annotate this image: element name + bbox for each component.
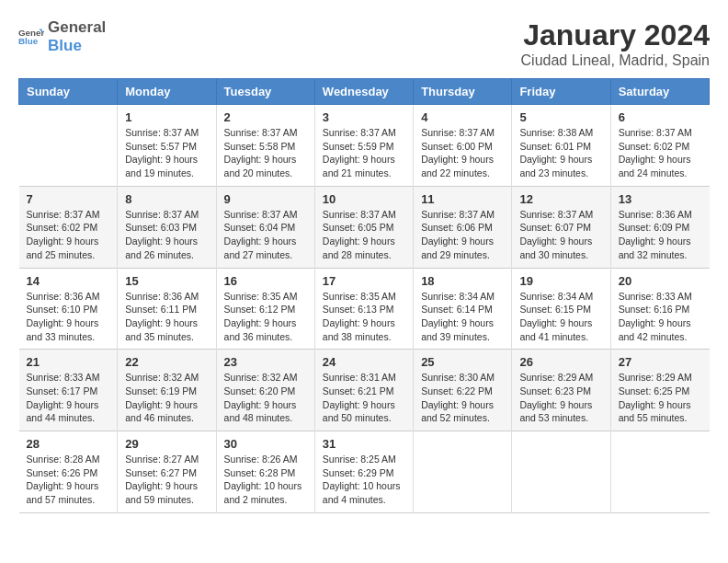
day-number: 19 bbox=[519, 274, 602, 288]
day-number: 12 bbox=[519, 192, 602, 206]
logo: General Blue General Blue bbox=[18, 18, 106, 56]
daylight-text: Daylight: 10 hours and 4 minutes. bbox=[323, 479, 405, 506]
day-number: 24 bbox=[323, 355, 405, 369]
calendar-cell: 28 Sunrise: 8:28 AM Sunset: 6:26 PM Dayl… bbox=[19, 431, 118, 513]
daylight-text: Daylight: 9 hours and 20 minutes. bbox=[224, 153, 307, 179]
sunrise-text: Sunrise: 8:31 AM bbox=[323, 371, 405, 385]
day-number: 5 bbox=[519, 110, 602, 124]
day-info: Sunrise: 8:37 AM Sunset: 6:07 PM Dayligh… bbox=[519, 208, 602, 262]
daylight-text: Daylight: 9 hours and 35 minutes. bbox=[125, 316, 208, 343]
daylight-text: Daylight: 9 hours and 57 minutes. bbox=[27, 479, 110, 506]
calendar-table: SundayMondayTuesdayWednesdayThursdayFrid… bbox=[18, 78, 710, 513]
daylight-text: Daylight: 9 hours and 46 minutes. bbox=[125, 398, 208, 425]
sunrise-text: Sunrise: 8:35 AM bbox=[224, 290, 307, 304]
logo-text-blue: Blue bbox=[48, 37, 106, 55]
calendar-cell: 12 Sunrise: 8:37 AM Sunset: 6:07 PM Dayl… bbox=[512, 186, 610, 268]
day-header-saturday: Saturday bbox=[610, 79, 709, 105]
day-number: 29 bbox=[125, 437, 208, 451]
sunset-text: Sunset: 6:29 PM bbox=[323, 466, 405, 480]
daylight-text: Daylight: 9 hours and 39 minutes. bbox=[421, 316, 504, 343]
sunset-text: Sunset: 6:07 PM bbox=[519, 221, 602, 235]
calendar-cell: 1 Sunrise: 8:37 AM Sunset: 5:57 PM Dayli… bbox=[118, 105, 216, 187]
sunset-text: Sunset: 6:01 PM bbox=[519, 140, 602, 154]
sunrise-text: Sunrise: 8:36 AM bbox=[125, 290, 208, 304]
daylight-text: Daylight: 9 hours and 50 minutes. bbox=[323, 398, 405, 425]
sunrise-text: Sunrise: 8:36 AM bbox=[27, 290, 110, 304]
calendar-cell: 2 Sunrise: 8:37 AM Sunset: 5:58 PM Dayli… bbox=[216, 105, 314, 187]
sunset-text: Sunset: 5:57 PM bbox=[125, 140, 208, 154]
day-info: Sunrise: 8:37 AM Sunset: 6:02 PM Dayligh… bbox=[619, 126, 702, 180]
sunset-text: Sunset: 6:06 PM bbox=[421, 221, 504, 235]
daylight-text: Daylight: 9 hours and 38 minutes. bbox=[323, 316, 405, 343]
day-number: 3 bbox=[323, 110, 405, 124]
calendar-cell: 4 Sunrise: 8:37 AM Sunset: 6:00 PM Dayli… bbox=[414, 105, 512, 187]
day-info: Sunrise: 8:30 AM Sunset: 6:22 PM Dayligh… bbox=[421, 371, 504, 425]
daylight-text: Daylight: 9 hours and 44 minutes. bbox=[27, 398, 110, 425]
day-header-thursday: Thursday bbox=[414, 79, 512, 105]
sunrise-text: Sunrise: 8:37 AM bbox=[125, 126, 208, 140]
sunrise-text: Sunrise: 8:38 AM bbox=[519, 126, 602, 140]
day-info: Sunrise: 8:26 AM Sunset: 6:28 PM Dayligh… bbox=[224, 453, 307, 507]
sunset-text: Sunset: 6:02 PM bbox=[619, 140, 702, 154]
header: General Blue General Blue January 2024 C… bbox=[18, 18, 710, 69]
daylight-text: Daylight: 9 hours and 28 minutes. bbox=[323, 235, 405, 261]
svg-text:Blue: Blue bbox=[18, 37, 39, 47]
daylight-text: Daylight: 9 hours and 55 minutes. bbox=[619, 398, 702, 425]
calendar-cell: 26 Sunrise: 8:29 AM Sunset: 6:23 PM Dayl… bbox=[512, 350, 610, 431]
sunset-text: Sunset: 6:15 PM bbox=[519, 303, 602, 316]
day-header-wednesday: Wednesday bbox=[314, 79, 413, 105]
daylight-text: Daylight: 9 hours and 41 minutes. bbox=[519, 316, 602, 343]
sunrise-text: Sunrise: 8:33 AM bbox=[27, 371, 110, 385]
day-header-monday: Monday bbox=[118, 79, 216, 105]
day-number: 7 bbox=[27, 192, 110, 206]
day-number: 25 bbox=[421, 355, 504, 369]
daylight-text: Daylight: 9 hours and 25 minutes. bbox=[27, 235, 110, 261]
sunrise-text: Sunrise: 8:37 AM bbox=[519, 208, 602, 222]
calendar-cell: 11 Sunrise: 8:37 AM Sunset: 6:06 PM Dayl… bbox=[414, 186, 512, 268]
day-number: 10 bbox=[323, 192, 405, 206]
calendar-cell bbox=[19, 105, 118, 187]
sunrise-text: Sunrise: 8:35 AM bbox=[323, 290, 405, 304]
calendar-cell: 29 Sunrise: 8:27 AM Sunset: 6:27 PM Dayl… bbox=[118, 431, 216, 513]
calendar-week-row: 28 Sunrise: 8:28 AM Sunset: 6:26 PM Dayl… bbox=[19, 431, 710, 513]
day-number: 11 bbox=[421, 192, 504, 206]
title-area: January 2024 Ciudad Lineal, Madrid, Spai… bbox=[521, 18, 710, 69]
sunset-text: Sunset: 6:13 PM bbox=[323, 303, 405, 316]
day-info: Sunrise: 8:32 AM Sunset: 6:20 PM Dayligh… bbox=[224, 371, 307, 425]
sunrise-text: Sunrise: 8:32 AM bbox=[125, 371, 208, 385]
logo-text-general: General bbox=[48, 18, 106, 37]
day-number: 16 bbox=[224, 274, 307, 288]
calendar-cell bbox=[414, 431, 512, 513]
day-info: Sunrise: 8:33 AM Sunset: 6:16 PM Dayligh… bbox=[619, 290, 702, 344]
day-info: Sunrise: 8:34 AM Sunset: 6:15 PM Dayligh… bbox=[519, 290, 602, 344]
day-info: Sunrise: 8:37 AM Sunset: 6:06 PM Dayligh… bbox=[421, 208, 504, 262]
sunrise-text: Sunrise: 8:30 AM bbox=[421, 371, 504, 385]
calendar-week-row: 7 Sunrise: 8:37 AM Sunset: 6:02 PM Dayli… bbox=[19, 186, 710, 268]
sunrise-text: Sunrise: 8:29 AM bbox=[519, 371, 602, 385]
day-number: 15 bbox=[125, 274, 208, 288]
day-info: Sunrise: 8:35 AM Sunset: 6:12 PM Dayligh… bbox=[224, 290, 307, 344]
day-info: Sunrise: 8:36 AM Sunset: 6:09 PM Dayligh… bbox=[619, 208, 702, 262]
sunrise-text: Sunrise: 8:34 AM bbox=[421, 290, 504, 304]
daylight-text: Daylight: 9 hours and 30 minutes. bbox=[519, 235, 602, 261]
calendar-cell: 30 Sunrise: 8:26 AM Sunset: 6:28 PM Dayl… bbox=[216, 431, 314, 513]
sunset-text: Sunset: 6:26 PM bbox=[27, 466, 110, 480]
daylight-text: Daylight: 10 hours and 2 minutes. bbox=[224, 479, 307, 506]
daylight-text: Daylight: 9 hours and 19 minutes. bbox=[125, 153, 208, 179]
calendar-week-row: 1 Sunrise: 8:37 AM Sunset: 5:57 PM Dayli… bbox=[19, 105, 710, 187]
day-number: 6 bbox=[619, 110, 702, 124]
calendar-cell: 6 Sunrise: 8:37 AM Sunset: 6:02 PM Dayli… bbox=[610, 105, 709, 187]
daylight-text: Daylight: 9 hours and 42 minutes. bbox=[619, 316, 702, 343]
day-info: Sunrise: 8:29 AM Sunset: 6:25 PM Dayligh… bbox=[619, 371, 702, 425]
sunrise-text: Sunrise: 8:37 AM bbox=[619, 126, 702, 140]
calendar-cell: 24 Sunrise: 8:31 AM Sunset: 6:21 PM Dayl… bbox=[314, 350, 413, 431]
calendar-cell: 13 Sunrise: 8:36 AM Sunset: 6:09 PM Dayl… bbox=[610, 186, 709, 268]
sunset-text: Sunset: 6:27 PM bbox=[125, 466, 208, 480]
sunrise-text: Sunrise: 8:37 AM bbox=[421, 126, 504, 140]
day-info: Sunrise: 8:37 AM Sunset: 5:57 PM Dayligh… bbox=[125, 126, 208, 180]
daylight-text: Daylight: 9 hours and 26 minutes. bbox=[125, 235, 208, 261]
day-info: Sunrise: 8:29 AM Sunset: 6:23 PM Dayligh… bbox=[519, 371, 602, 425]
sunrise-text: Sunrise: 8:37 AM bbox=[224, 208, 307, 222]
sunset-text: Sunset: 6:04 PM bbox=[224, 221, 307, 235]
sunset-text: Sunset: 6:25 PM bbox=[619, 385, 702, 398]
